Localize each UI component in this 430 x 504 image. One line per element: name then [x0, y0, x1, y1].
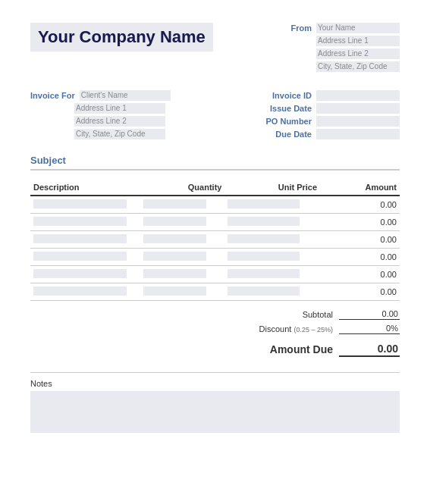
- client-address2-row: Address Line 2: [30, 116, 171, 127]
- desc-field-3[interactable]: [33, 234, 127, 243]
- table-header-row: Description Quantity Unit Price Amount: [30, 180, 400, 196]
- desc-field-2[interactable]: [33, 217, 127, 226]
- price-field-3[interactable]: [228, 234, 299, 243]
- amount-due-label: Amount Due: [270, 343, 333, 355]
- quantity-header: Quantity: [140, 180, 224, 196]
- table-row: 0.00: [30, 231, 400, 249]
- desc-field-4[interactable]: [33, 252, 127, 261]
- invoice-for-block: Invoice For Client's Name Address Line 1…: [30, 90, 171, 139]
- amount-due-value[interactable]: 0.00: [339, 342, 400, 357]
- qty-field-3[interactable]: [143, 234, 206, 243]
- subject-label[interactable]: Subject: [30, 155, 400, 166]
- issue-date-row: Issue Date: [270, 103, 400, 114]
- subject-divider: [30, 169, 400, 171]
- table-row: 0.00: [30, 283, 400, 301]
- from-block: From Your Name Address Line 1 Address Li…: [291, 23, 400, 72]
- table-row: 0.00: [30, 214, 400, 231]
- table-row: 0.00: [30, 249, 400, 266]
- client-city-field[interactable]: City, State, Zip Code: [74, 129, 165, 139]
- discount-row: Discount (0.25 – 25%) 0%: [202, 323, 400, 334]
- from-address2-row: Address Line 2: [316, 49, 400, 59]
- from-address2-field[interactable]: Address Line 2: [316, 49, 400, 59]
- invoice-for-label: Invoice For: [30, 91, 75, 100]
- client-city-row: City, State, Zip Code: [30, 129, 171, 139]
- price-field-4[interactable]: [228, 252, 299, 261]
- price-field-1[interactable]: [228, 199, 299, 208]
- invoice-id-row: Invoice ID: [272, 90, 400, 101]
- invoice-details: Invoice For Client's Name Address Line 1…: [30, 90, 400, 139]
- invoice-table: Description Quantity Unit Price Amount 0…: [30, 180, 400, 301]
- notes-box[interactable]: [30, 391, 400, 433]
- from-city-row: City, State, Zip Code: [316, 61, 400, 72]
- from-name-field[interactable]: Your Name: [316, 23, 400, 33]
- from-label: From: [291, 23, 312, 33]
- subject-section: Subject: [30, 155, 400, 171]
- qty-field-2[interactable]: [143, 217, 206, 226]
- issue-date-label: Issue Date: [270, 104, 312, 113]
- company-name[interactable]: Your Company Name: [30, 23, 213, 52]
- amount-cell-5: 0.00: [320, 266, 400, 283]
- amount-cell-2: 0.00: [320, 214, 400, 231]
- due-date-field[interactable]: [316, 129, 400, 139]
- client-address1-row: Address Line 1: [30, 103, 171, 114]
- notes-section: Notes: [30, 372, 400, 433]
- subtotal-value[interactable]: 0.00: [339, 308, 400, 320]
- price-field-6[interactable]: [228, 286, 299, 296]
- po-number-field[interactable]: [316, 116, 400, 127]
- amount-cell-3: 0.00: [320, 231, 400, 249]
- from-row: From Your Name: [291, 23, 400, 33]
- amount-due-row: Amount Due 0.00: [202, 342, 400, 357]
- amount-cell-4: 0.00: [320, 249, 400, 266]
- price-field-5[interactable]: [228, 269, 299, 278]
- invoice-for-row: Invoice For Client's Name: [30, 90, 171, 101]
- client-address1-field[interactable]: Address Line 1: [74, 103, 165, 114]
- discount-value[interactable]: 0%: [339, 323, 400, 334]
- desc-field-1[interactable]: [33, 199, 127, 208]
- qty-field-5[interactable]: [143, 269, 206, 278]
- amount-cell-1: 0.00: [320, 196, 400, 214]
- qty-field-6[interactable]: [143, 286, 206, 296]
- invoice-meta-block: Invoice ID Issue Date PO Number Due Date: [265, 90, 400, 139]
- due-date-row: Due Date: [275, 129, 400, 139]
- due-date-label: Due Date: [275, 130, 312, 139]
- from-city-field[interactable]: City, State, Zip Code: [316, 61, 400, 72]
- invoice-id-field[interactable]: [316, 90, 400, 101]
- po-number-row: PO Number: [265, 116, 400, 127]
- invoice-header: Your Company Name From Your Name Address…: [30, 23, 400, 72]
- amount-header: Amount: [320, 180, 400, 196]
- table-row: 0.00: [30, 196, 400, 214]
- notes-label: Notes: [30, 379, 400, 388]
- desc-field-5[interactable]: [33, 269, 127, 278]
- qty-field-4[interactable]: [143, 252, 206, 261]
- po-number-label: PO Number: [265, 117, 312, 126]
- amount-cell-6: 0.00: [320, 283, 400, 301]
- desc-field-6[interactable]: [33, 286, 127, 296]
- table-row: 0.00: [30, 266, 400, 283]
- price-field-2[interactable]: [228, 217, 299, 226]
- client-address2-field[interactable]: Address Line 2: [74, 116, 165, 127]
- client-name-field[interactable]: Client's Name: [80, 90, 171, 101]
- subtotal-row: Subtotal 0.00: [202, 308, 400, 320]
- totals-section: Subtotal 0.00 Discount (0.25 – 25%) 0% A…: [30, 308, 400, 357]
- from-address1-row: Address Line 1: [316, 36, 400, 46]
- description-header: Description: [30, 180, 140, 196]
- unit-price-header: Unit Price: [224, 180, 320, 196]
- qty-field-1[interactable]: [143, 199, 206, 208]
- discount-label: Discount (0.25 – 25%): [259, 324, 333, 333]
- invoice-id-label: Invoice ID: [272, 91, 312, 100]
- issue-date-field[interactable]: [316, 103, 400, 114]
- from-address1-field[interactable]: Address Line 1: [316, 36, 400, 46]
- subtotal-label: Subtotal: [303, 310, 333, 319]
